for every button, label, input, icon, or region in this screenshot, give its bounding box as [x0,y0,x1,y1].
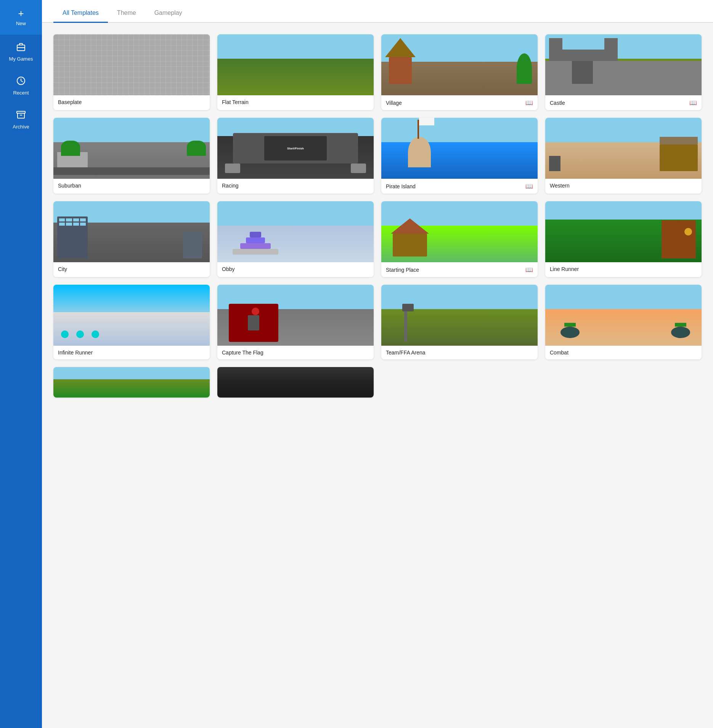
template-label-infinite-runner: Infinite Runner [53,346,210,359]
templates-grid: Baseplate Flat Terrain [53,34,702,359]
sidebar-item-my-games[interactable]: My Games [0,35,42,69]
template-card-combat[interactable]: Combat [545,285,702,359]
template-card-western[interactable]: Western [545,118,702,194]
template-card-capture-the-flag[interactable]: Capture The Flag [217,285,374,359]
templates-grid-area: Baseplate Flat Terrain [42,23,713,728]
book-icon-castle: 📖 [689,99,697,106]
template-thumb-city [53,201,210,262]
template-card-pirate-island[interactable]: Pirate Island 📖 [381,118,538,194]
template-label-team-ffa-arena: Team/FFA Arena [381,346,538,359]
template-card-village[interactable]: Village 📖 [381,34,538,110]
tab-all-templates[interactable]: All Templates [53,3,108,23]
book-icon-starting-place: 📖 [525,266,533,273]
template-thumb-infinite-runner [53,285,210,346]
template-label-pirate-island: Pirate Island 📖 [381,179,538,194]
sidebar: + New My Games Recent [0,0,42,728]
template-label-obby: Obby [217,262,374,276]
template-label-western: Western [545,179,702,192]
template-label-combat: Combat [545,346,702,359]
template-thumb-pirate-island [381,118,538,179]
sidebar-item-recent-label: Recent [13,90,29,96]
sidebar-item-recent[interactable]: Recent [0,69,42,103]
template-label-capture-the-flag: Capture The Flag [217,346,374,359]
tabs-bar: All Templates Theme Gameplay [42,0,713,23]
sidebar-item-my-games-label: My Games [9,56,33,62]
tab-theme[interactable]: Theme [108,3,145,23]
clock-icon [16,75,26,88]
template-label-starting-place: Starting Place 📖 [381,262,538,277]
template-card-team-ffa-arena[interactable]: Team/FFA Arena [381,285,538,359]
archive-icon [16,109,26,122]
template-thumb-partial2 [217,367,374,398]
template-thumb-flat-terrain [217,34,374,95]
template-card-city[interactable]: City [53,201,210,277]
template-label-village: Village 📖 [381,95,538,110]
template-label-racing: Racing [217,179,374,192]
template-thumb-baseplate [53,34,210,95]
svg-line-5 [21,81,23,82]
sidebar-item-new[interactable]: + New [0,0,42,35]
template-thumb-obby [217,201,374,262]
sidebar-item-archive-label: Archive [13,124,29,130]
main-area: All Templates Theme Gameplay Baseplate [42,0,713,728]
template-label-city: City [53,262,210,276]
template-thumb-castle [545,34,702,95]
tab-gameplay[interactable]: Gameplay [145,3,191,23]
template-label-line-runner: Line Runner [545,262,702,276]
template-card-racing[interactable]: Start/Finish Racing [217,118,374,194]
plus-icon: + [18,8,24,18]
template-card-line-runner[interactable]: Line Runner [545,201,702,277]
template-card-castle[interactable]: Castle 📖 [545,34,702,110]
template-label-baseplate: Baseplate [53,95,210,109]
template-card-infinite-runner[interactable]: Infinite Runner [53,285,210,359]
template-card-starting-place[interactable]: Starting Place 📖 [381,201,538,277]
template-thumb-combat [545,285,702,346]
template-thumb-racing: Start/Finish [217,118,374,179]
briefcase-icon [16,42,26,54]
template-label-flat-terrain: Flat Terrain [217,95,374,109]
template-card-baseplate[interactable]: Baseplate [53,34,210,110]
template-card-suburban[interactable]: Suburban [53,118,210,194]
template-thumb-team-ffa-arena [381,285,538,346]
template-thumb-partial1 [53,367,210,398]
svg-rect-7 [18,113,24,118]
template-card-partial2[interactable] [217,367,374,398]
svg-rect-1 [19,43,22,45]
sidebar-item-new-label: New [16,21,26,26]
sidebar-item-archive[interactable]: Archive [0,103,42,136]
template-label-suburban: Suburban [53,179,210,192]
template-thumb-line-runner [545,201,702,262]
template-thumb-suburban [53,118,210,179]
template-card-flat-terrain[interactable]: Flat Terrain [217,34,374,110]
template-card-partial1[interactable] [53,367,210,398]
template-thumb-western [545,118,702,179]
book-icon-pirate-island: 📖 [525,183,533,190]
template-thumb-village [381,34,538,95]
book-icon-village: 📖 [525,99,533,106]
template-card-obby[interactable]: Obby [217,201,374,277]
template-thumb-capture-the-flag [217,285,374,346]
template-label-castle: Castle 📖 [545,95,702,110]
template-thumb-starting-place [381,201,538,262]
